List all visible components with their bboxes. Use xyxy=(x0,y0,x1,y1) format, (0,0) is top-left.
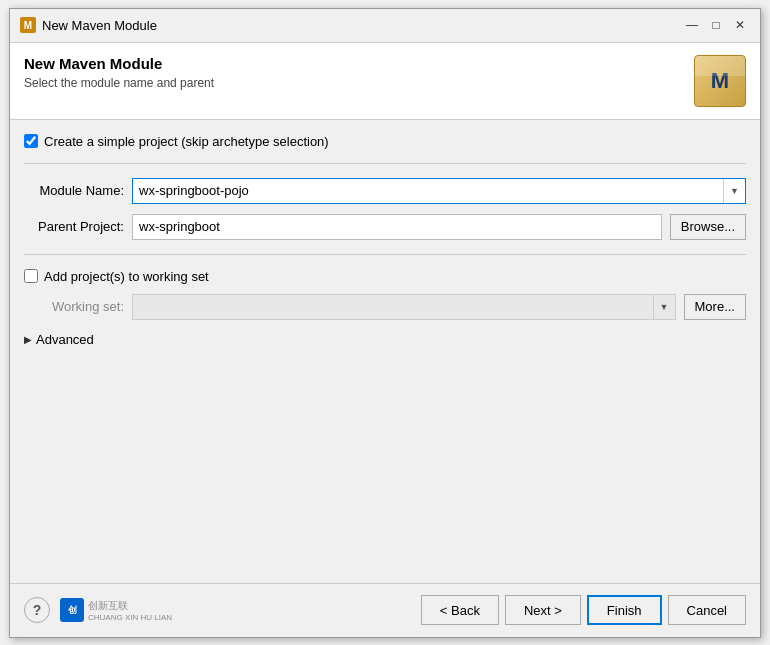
module-name-dropdown-arrow[interactable]: ▼ xyxy=(723,179,745,203)
close-button[interactable]: ✕ xyxy=(730,15,750,35)
module-name-input[interactable] xyxy=(133,179,723,203)
working-set-combo[interactable]: ▼ xyxy=(132,294,676,320)
header-title: New Maven Module xyxy=(24,55,214,72)
parent-project-input[interactable] xyxy=(132,214,662,240)
footer-right: < Back Next > Finish Cancel xyxy=(421,595,746,625)
working-set-checkbox-row: Add project(s) to working set xyxy=(24,269,746,284)
simple-project-row: Create a simple project (skip archetype … xyxy=(24,134,746,149)
simple-project-checkbox[interactable] xyxy=(24,134,38,148)
watermark-logo: 创 xyxy=(60,598,84,622)
parent-project-label: Parent Project: xyxy=(24,219,124,234)
minimize-button[interactable]: — xyxy=(682,15,702,35)
simple-project-label[interactable]: Create a simple project (skip archetype … xyxy=(44,134,329,149)
header-section: New Maven Module Select the module name … xyxy=(10,43,760,120)
new-maven-module-dialog: M New Maven Module — □ ✕ New Maven Modul… xyxy=(9,8,761,638)
working-set-dropdown-arrow[interactable]: ▼ xyxy=(653,295,675,319)
dialog-icon: M xyxy=(20,17,36,33)
parent-project-row: Parent Project: Browse... xyxy=(24,214,746,240)
title-bar-left: M New Maven Module xyxy=(20,17,157,33)
module-name-combo[interactable]: ▼ xyxy=(132,178,746,204)
header-subtitle: Select the module name and parent xyxy=(24,76,214,90)
watermark: 创 创新互联 CHUANG XIN HU LIAN xyxy=(60,598,172,622)
advanced-chevron-icon: ▶ xyxy=(24,334,32,345)
separator2 xyxy=(24,254,746,255)
next-button[interactable]: Next > xyxy=(505,595,581,625)
working-set-checkbox-label[interactable]: Add project(s) to working set xyxy=(44,269,209,284)
working-set-row: Working set: ▼ More... xyxy=(24,294,746,320)
finish-button[interactable]: Finish xyxy=(587,595,662,625)
dialog-title: New Maven Module xyxy=(42,18,157,33)
watermark-text: 创新互联 CHUANG XIN HU LIAN xyxy=(88,599,172,622)
working-set-label: Working set: xyxy=(24,299,124,314)
title-bar: M New Maven Module — □ ✕ xyxy=(10,9,760,43)
cancel-button[interactable]: Cancel xyxy=(668,595,746,625)
more-button[interactable]: More... xyxy=(684,294,746,320)
footer-section: ? 创 创新互联 CHUANG XIN HU LIAN < Back Next … xyxy=(10,583,760,637)
working-set-checkbox[interactable] xyxy=(24,269,38,283)
header-text: New Maven Module Select the module name … xyxy=(24,55,214,90)
footer-left: ? 创 创新互联 CHUANG XIN HU LIAN xyxy=(24,597,172,623)
advanced-row[interactable]: ▶ Advanced xyxy=(24,330,746,349)
content-spacer xyxy=(24,359,746,569)
help-button[interactable]: ? xyxy=(24,597,50,623)
module-name-label: Module Name: xyxy=(24,183,124,198)
title-bar-controls: — □ ✕ xyxy=(682,15,750,35)
advanced-label: Advanced xyxy=(36,332,94,347)
maximize-button[interactable]: □ xyxy=(706,15,726,35)
back-button[interactable]: < Back xyxy=(421,595,499,625)
content-section: Create a simple project (skip archetype … xyxy=(10,120,760,583)
module-name-row: Module Name: ▼ xyxy=(24,178,746,204)
separator xyxy=(24,163,746,164)
maven-icon: M xyxy=(694,55,746,107)
browse-button[interactable]: Browse... xyxy=(670,214,746,240)
working-set-input[interactable] xyxy=(133,295,653,319)
